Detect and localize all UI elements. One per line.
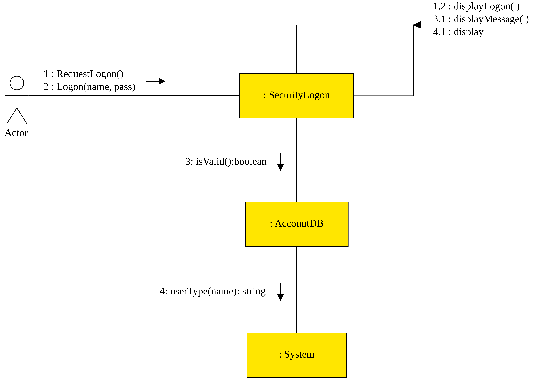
arrow-actor-to-securitylogon [146, 78, 165, 84]
msg-self-31: 3.1 : displayMessage( ) [433, 13, 529, 24]
msg-2: 2 : Logon(name, pass) [43, 81, 135, 92]
msg-4: 4: userType(name): string [160, 285, 266, 297]
arrow-self-securitylogon [413, 21, 429, 28]
svg-marker-6 [159, 78, 165, 84]
svg-marker-12 [277, 294, 284, 300]
label-securitylogon: : SecurityLogon [263, 89, 330, 101]
msg-1: 1 : RequestLogon() [43, 68, 123, 79]
arrow-accountdb-to-system [277, 283, 284, 300]
actor-label: Actor [4, 127, 28, 138]
svg-point-0 [10, 76, 24, 90]
msg-self-41: 4.1 : display [433, 26, 483, 37]
label-accountdb: : AccountDB [270, 218, 324, 229]
arrow-securitylogon-to-accountdb [277, 153, 284, 170]
label-system: : System [279, 348, 315, 360]
actor-figure [5, 76, 29, 124]
msg-self-12: 1.2 : displayLogon( ) [433, 0, 520, 12]
msg-3: 3: isValid():boolean [185, 156, 267, 167]
svg-line-3 [7, 108, 17, 124]
svg-marker-10 [277, 164, 284, 170]
svg-line-4 [17, 108, 27, 124]
svg-marker-8 [413, 21, 421, 28]
